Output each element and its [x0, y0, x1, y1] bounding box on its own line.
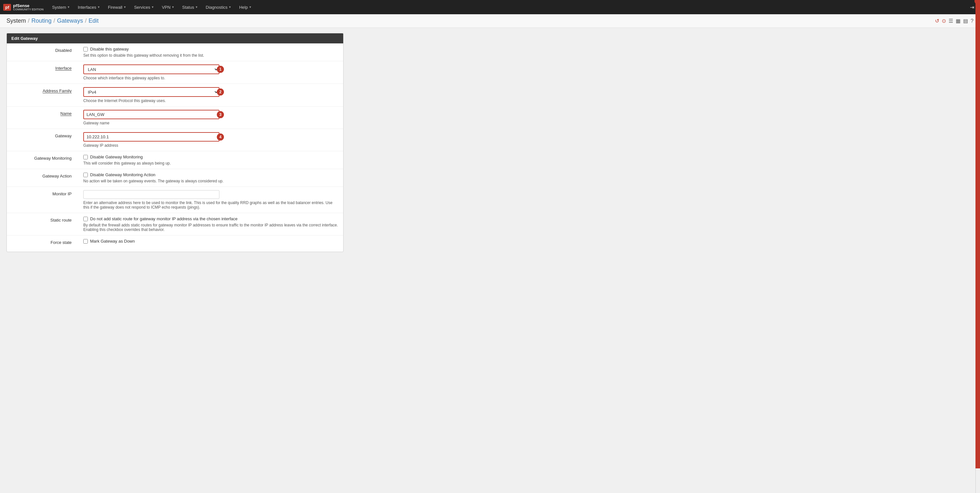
chevron-down-icon: ▼ — [195, 5, 198, 9]
scrollbar-thumb[interactable] — [975, 0, 980, 257]
help-static-route: By default the firewall adds static rout… — [83, 223, 338, 232]
nav-services[interactable]: Services ▼ — [131, 3, 158, 11]
gateway-input-wrapper: 4 — [83, 132, 220, 141]
help-gateway-monitoring: This will consider this gateway as alway… — [83, 161, 338, 165]
input-col-interface: LAN WAN OPT1 1 Choose which interface th… — [78, 61, 343, 84]
label-gateway-monitoring: Gateway Monitoring — [7, 151, 78, 169]
form-row-gateway: Gateway 4 Gateway IP address — [7, 129, 343, 151]
gateway-input[interactable] — [83, 132, 220, 141]
breadcrumb-gateways[interactable]: Gateways — [57, 17, 83, 24]
nav-system[interactable]: System ▼ — [49, 3, 73, 11]
form-row-gateway-action: Gateway Action Disable Gateway Monitorin… — [7, 169, 343, 187]
checkbox-disabled-input[interactable] — [83, 47, 88, 51]
label-force-state: Force state — [7, 236, 78, 252]
label-disabled: Disabled — [7, 43, 78, 61]
label-gateway-action: Gateway Action — [7, 169, 78, 187]
input-col-monitor-ip: Enter an alternative address here to be … — [78, 187, 343, 213]
checkbox-disabled[interactable]: Disable this gateway — [83, 47, 338, 51]
interface-badge: 1 — [217, 66, 224, 73]
form-row-monitor-ip: Monitor IP Enter an alternative address … — [7, 187, 343, 213]
chevron-down-icon: ▼ — [172, 5, 174, 9]
logo: pf pfSense COMMUNITY EDITION — [3, 3, 44, 11]
form-row-force-state: Force state Mark Gateway as Down — [7, 236, 343, 252]
chevron-down-icon: ▼ — [124, 5, 126, 9]
label-address-family: Address Family — [7, 84, 78, 106]
form-row-static-route: Static route Do not add static route for… — [7, 213, 343, 236]
nav-vpn[interactable]: VPN ▼ — [159, 3, 178, 11]
input-col-static-route: Do not add static route for gateway moni… — [78, 213, 343, 235]
label-static-route: Static route — [7, 213, 78, 235]
nav-help[interactable]: Help ▼ — [236, 3, 255, 11]
refresh-icon[interactable]: ↺ — [935, 18, 939, 24]
nav-status[interactable]: Status ▼ — [179, 3, 201, 11]
input-col-gateway: 4 Gateway IP address — [78, 129, 343, 151]
help-interface: Choose which interface this gateway appl… — [83, 76, 338, 80]
help-monitor-ip: Enter an alternative address here to be … — [83, 200, 338, 209]
input-col-disabled: Disable this gateway Set this option to … — [78, 43, 343, 61]
interface-select-wrapper: LAN WAN OPT1 1 — [83, 65, 220, 74]
checkbox-gateway-monitoring[interactable]: Disable Gateway Monitoring — [83, 154, 338, 159]
panel-heading: Edit Gateway — [7, 33, 343, 43]
nav-firewall[interactable]: Firewall ▼ — [105, 3, 130, 11]
name-input-wrapper: 3 — [83, 110, 220, 119]
breadcrumb: System / Routing / Gateways / Edit — [6, 17, 99, 24]
chart-icon[interactable]: ▦ — [956, 18, 961, 24]
input-col-name: 3 Gateway name — [78, 106, 343, 128]
checkbox-gateway-monitoring-input[interactable] — [83, 155, 88, 159]
breadcrumb-edit[interactable]: Edit — [89, 17, 99, 24]
chevron-down-icon: ▼ — [67, 5, 70, 9]
breadcrumb-sep-3: / — [85, 17, 86, 24]
sliders-icon[interactable]: ☰ — [948, 18, 953, 24]
checkbox-gateway-action[interactable]: Disable Gateway Monitoring Action — [83, 172, 338, 177]
label-monitor-ip: Monitor IP — [7, 187, 78, 213]
checkbox-force-state[interactable]: Mark Gateway as Down — [83, 239, 338, 244]
form-row-address-family: Address Family IPv4 IPv6 2 Choose the In… — [7, 84, 343, 106]
help-name: Gateway name — [83, 121, 338, 125]
help-icon[interactable]: ? — [970, 18, 974, 24]
help-disabled: Set this option to disable this gateway … — [83, 53, 338, 58]
chevron-down-icon: ▼ — [151, 5, 154, 9]
checkbox-force-state-input[interactable] — [83, 239, 88, 244]
breadcrumb-routing[interactable]: Routing — [32, 17, 51, 24]
stop-icon[interactable]: ⊙ — [942, 18, 946, 24]
chevron-down-icon: ▼ — [229, 5, 231, 9]
form-row-disabled: Disabled Disable this gateway Set this o… — [7, 43, 343, 61]
edit-gateway-panel: Edit Gateway Disabled Disable this gatew… — [6, 33, 344, 252]
nav-interfaces[interactable]: Interfaces ▼ — [75, 3, 103, 11]
label-interface: Interface — [7, 61, 78, 84]
breadcrumb-sep-2: / — [54, 17, 55, 24]
breadcrumb-system: System — [6, 17, 26, 24]
input-col-force-state: Mark Gateway as Down — [78, 236, 343, 252]
scrollbar[interactable]: 5 — [975, 0, 980, 257]
top-navigation: pf pfSense COMMUNITY EDITION System ▼ In… — [0, 0, 980, 14]
main-content: Edit Gateway Disabled Disable this gatew… — [0, 28, 350, 257]
monitor-ip-input[interactable] — [83, 190, 220, 199]
checkbox-gateway-action-input[interactable] — [83, 173, 88, 177]
help-gateway: Gateway IP address — [83, 143, 338, 148]
address-family-select-wrapper: IPv4 IPv6 2 — [83, 87, 220, 97]
logo-icon: pf — [3, 4, 11, 11]
help-gateway-action: No action will be taken on gateway event… — [83, 179, 338, 183]
nav-diagnostics[interactable]: Diagnostics ▼ — [202, 3, 235, 11]
chevron-down-icon: ▼ — [97, 5, 100, 9]
form-row-gateway-monitoring: Gateway Monitoring Disable Gateway Monit… — [7, 151, 343, 169]
input-col-gateway-monitoring: Disable Gateway Monitoring This will con… — [78, 151, 343, 169]
checkbox-static-route[interactable]: Do not add static route for gateway moni… — [83, 216, 338, 221]
address-family-select[interactable]: IPv4 IPv6 — [83, 87, 220, 97]
label-gateway: Gateway — [7, 129, 78, 151]
name-input[interactable] — [83, 110, 220, 119]
form-row-interface: Interface LAN WAN OPT1 1 Choose which in… — [7, 61, 343, 84]
name-badge: 3 — [217, 111, 224, 118]
chevron-down-icon: ▼ — [249, 5, 252, 9]
gateway-badge: 4 — [217, 133, 224, 141]
checkbox-static-route-input[interactable] — [83, 217, 88, 221]
address-family-badge: 2 — [217, 89, 224, 95]
breadcrumb-actions: ↺ ⊙ ☰ ▦ ▤ ? — [935, 18, 974, 24]
breadcrumb-sep-1: / — [28, 17, 30, 24]
logo-text: pfSense — [13, 3, 43, 8]
breadcrumb-bar: System / Routing / Gateways / Edit ↺ ⊙ ☰… — [0, 14, 980, 28]
list-icon[interactable]: ▤ — [963, 18, 968, 24]
form-row-name: Name 3 Gateway name — [7, 106, 343, 129]
label-name: Name — [7, 106, 78, 128]
interface-select[interactable]: LAN WAN OPT1 — [83, 65, 220, 74]
